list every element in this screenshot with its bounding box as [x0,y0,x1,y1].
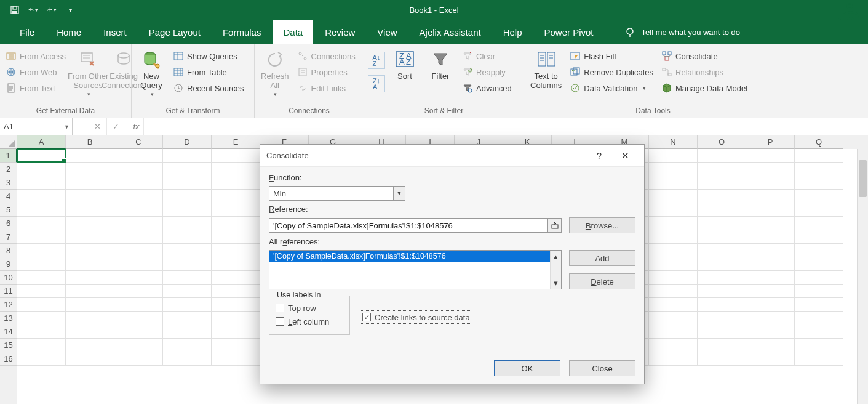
cell[interactable] [163,230,212,244]
cell[interactable] [649,217,698,230]
cell[interactable] [17,190,66,203]
cell[interactable] [649,285,698,298]
cell[interactable] [698,339,746,352]
sort-button[interactable]: ZAAZ Sort [389,48,421,82]
flash-fill-button[interactable]: Flash Fill [568,49,656,63]
from-other-sources-button[interactable]: From Other Sources▾ [72,48,104,99]
name-box[interactable]: A1▼ [0,118,73,135]
cell[interactable] [795,325,843,339]
cell[interactable] [17,203,66,217]
cell[interactable] [212,271,260,285]
data-validation-button[interactable]: Data Validation▾ [568,81,656,95]
cell[interactable] [649,312,698,325]
cell[interactable] [114,339,163,352]
cell[interactable] [649,176,698,190]
cell[interactable] [698,163,746,176]
row-headers[interactable]: 12345678910111213141516 [0,149,17,404]
tab-power-pivot[interactable]: Power Pivot [535,20,603,44]
cell[interactable] [212,217,260,230]
cell[interactable] [212,149,260,163]
cell[interactable] [212,298,260,312]
row-header[interactable]: 14 [0,325,17,339]
dialog-close-button[interactable]: ✕ [612,147,638,164]
cell[interactable] [66,163,114,176]
dialog-titlebar[interactable]: Consolidate ? ✕ [260,145,644,167]
row-header[interactable]: 2 [0,163,17,176]
cell[interactable] [114,190,163,203]
add-button[interactable]: Add [569,250,635,266]
cell[interactable] [746,271,795,285]
qat-customize-icon[interactable]: ▾ [65,5,75,15]
tab-view[interactable]: View [367,20,407,44]
properties-button[interactable]: Properties [295,65,358,79]
cell[interactable] [17,298,66,312]
manage-data-model-button[interactable]: Manage Data Model [659,81,750,95]
cell[interactable] [114,230,163,244]
cell[interactable] [649,203,698,217]
cell[interactable] [17,257,66,271]
cell[interactable] [66,244,114,257]
fx-button[interactable]: fx [125,118,144,135]
cell[interactable] [17,217,66,230]
cell[interactable] [698,285,746,298]
cell[interactable] [795,203,843,217]
chevron-down-icon[interactable]: ▼ [393,186,405,201]
vertical-scrollbar[interactable] [857,149,868,404]
cell[interactable] [649,271,698,285]
cell[interactable] [114,203,163,217]
column-header[interactable]: E [212,135,260,149]
cell[interactable] [163,163,212,176]
cell[interactable] [649,149,698,163]
cell[interactable] [212,176,260,190]
column-header[interactable]: P [746,135,795,149]
cell[interactable] [212,163,260,176]
cell[interactable] [698,312,746,325]
cell[interactable] [17,163,66,176]
cell[interactable] [746,325,795,339]
cell[interactable] [114,176,163,190]
tab-review[interactable]: Review [315,20,365,44]
cell[interactable] [746,339,795,352]
cell[interactable] [698,257,746,271]
cell[interactable] [114,352,163,366]
cell[interactable] [114,257,163,271]
cell[interactable] [746,244,795,257]
tab-page-layout[interactable]: Page Layout [139,20,210,44]
column-header[interactable]: N [649,135,698,149]
cell[interactable] [17,352,66,366]
row-header[interactable]: 12 [0,298,17,312]
column-header[interactable]: Q [795,135,843,149]
undo-icon[interactable]: ▾ [28,5,38,15]
cell[interactable] [746,257,795,271]
cell[interactable] [698,325,746,339]
cell[interactable] [746,203,795,217]
cell[interactable] [795,217,843,230]
cell[interactable] [17,149,66,163]
cell[interactable] [746,176,795,190]
all-references-list[interactable]: '[Copy of SampleData.xlsx]Formulas'!$1:$… [269,250,562,289]
cell[interactable] [212,203,260,217]
text-to-columns-button[interactable]: Text to Columns [528,48,564,91]
cell[interactable] [17,339,66,352]
select-all-corner[interactable] [0,135,17,149]
row-header[interactable]: 10 [0,271,17,285]
cell[interactable] [163,149,212,163]
cell[interactable] [746,149,795,163]
row-header[interactable]: 4 [0,190,17,203]
sort-desc-button[interactable]: Z↓A [368,75,385,92]
cell[interactable] [114,217,163,230]
row-header[interactable]: 13 [0,312,17,325]
cell[interactable] [163,176,212,190]
cell[interactable] [17,244,66,257]
reapply-button[interactable]: Reapply [460,65,514,79]
cell[interactable] [163,339,212,352]
cell[interactable] [66,312,114,325]
cell[interactable] [163,257,212,271]
remove-duplicates-button[interactable]: Remove Duplicates [568,65,656,79]
cell[interactable] [698,298,746,312]
clear-button[interactable]: Clear [460,49,514,63]
cell[interactable] [163,285,212,298]
function-combo[interactable]: Min ▼ [269,186,405,201]
cell[interactable] [66,230,114,244]
cell[interactable] [66,352,114,366]
